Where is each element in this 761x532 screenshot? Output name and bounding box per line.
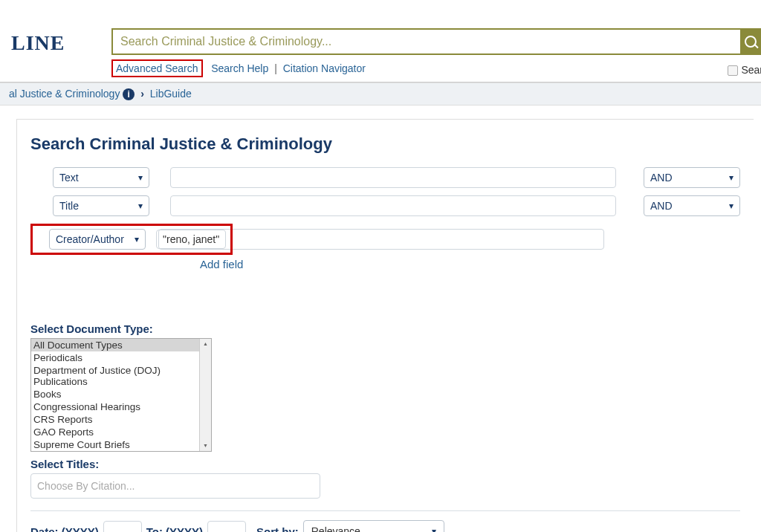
top-bar: LINE Advanced Search Search Help | Citat… (0, 0, 761, 82)
chevron-right-icon: › (140, 88, 144, 100)
sort-by-label: Sort by: (256, 525, 299, 532)
checkbox-icon[interactable] (728, 65, 738, 76)
term-input-1[interactable] (170, 167, 616, 188)
chevron-down-icon: ▾ (432, 526, 436, 532)
top-search-button[interactable] (742, 28, 761, 55)
date-from-input[interactable] (103, 521, 142, 532)
search-icon (745, 36, 757, 48)
info-icon[interactable]: i (123, 88, 135, 100)
bool-select-1[interactable]: AND ▾ (644, 167, 740, 188)
doc-type-option[interactable]: CRS Reports (31, 413, 211, 426)
term-input-2[interactable] (170, 195, 616, 216)
advanced-search-panel: Search Criminal Justice & Criminology Te… (16, 119, 754, 532)
field-select-1[interactable]: Text ▾ (53, 167, 149, 188)
creator-author-highlight: Creator/Author ▾ "reno, janet" (30, 224, 233, 255)
top-search-input[interactable] (111, 28, 742, 55)
search-row-1: Text ▾ AND ▾ (30, 167, 740, 188)
search-only-toggle-fragment: Searc (728, 64, 761, 76)
doc-type-option[interactable]: Congressional Hearings (31, 400, 211, 413)
field-select-3[interactable]: Creator/Author ▾ (49, 229, 146, 250)
bool-select-2[interactable]: AND ▾ (644, 195, 740, 216)
bool-select-1-label: AND (650, 172, 673, 184)
field-select-2[interactable]: Title ▾ (53, 195, 149, 216)
date-to-label: To: (YYYY) (146, 525, 203, 532)
sort-by-select[interactable]: Relevance ▾ (303, 520, 444, 532)
advanced-search-link[interactable]: Advanced Search (116, 62, 198, 74)
field-select-3-label: Creator/Author (56, 233, 124, 245)
add-field-link[interactable]: Add field (200, 258, 740, 270)
date-to-input[interactable] (207, 521, 246, 532)
field-select-1-label: Text (59, 172, 79, 184)
term-input-3-value: "reno, janet" (156, 230, 226, 249)
search-help-link[interactable]: Search Help (211, 62, 268, 74)
scroll-up-icon[interactable]: ▲ (200, 339, 211, 349)
chevron-down-icon: ▾ (729, 172, 734, 183)
doc-type-option[interactable]: Supreme Court Briefs (31, 438, 211, 451)
doc-type-option[interactable]: Periodicals (31, 351, 211, 364)
chevron-down-icon: ▾ (138, 172, 143, 183)
search-row-3: Creator/Author ▾ "reno, janet" (30, 224, 740, 255)
listbox-scrollbar[interactable]: ▲ ▼ (199, 339, 211, 451)
search-sub-links: Advanced Search Search Help | Citation N… (111, 59, 761, 77)
citation-navigator-link[interactable]: Citation Navigator (283, 62, 366, 74)
doc-type-option[interactable]: Books (31, 388, 211, 400)
doc-type-label: Select Document Type: (30, 322, 740, 335)
doc-type-option[interactable]: All Document Types (31, 339, 211, 351)
scroll-down-icon[interactable]: ▼ (200, 441, 211, 451)
divider (30, 510, 740, 511)
citation-input[interactable] (30, 473, 320, 499)
search-row-2: Title ▾ AND ▾ (30, 195, 740, 216)
chevron-down-icon: ▾ (729, 201, 734, 211)
date-from-label: Date: (YYYY) (30, 525, 99, 532)
chevron-down-icon: ▾ (138, 201, 143, 211)
bool-select-2-label: AND (650, 200, 673, 212)
advanced-search-highlight: Advanced Search (111, 59, 203, 77)
field-select-2-label: Title (59, 200, 79, 212)
doc-type-option[interactable]: GAO Reports (31, 426, 211, 438)
doc-type-option[interactable]: Department of Justice (DOJ) Publications (31, 364, 211, 388)
breadcrumb-libguide-link[interactable]: LibGuide (150, 88, 192, 100)
page-title: Search Criminal Justice & Criminology (30, 134, 740, 154)
select-titles-label: Select Titles: (30, 458, 740, 470)
brand-logo-fragment: LINE (11, 31, 65, 55)
doc-type-listbox[interactable]: All Document Types Periodicals Departmen… (30, 338, 212, 452)
breadcrumb: al Justice & Criminology i › LibGuide (0, 82, 761, 106)
date-sort-row: Date: (YYYY) To: (YYYY) Sort by: Relevan… (30, 520, 740, 532)
sort-by-value: Relevance (311, 525, 360, 532)
chevron-down-icon: ▾ (135, 234, 139, 244)
breadcrumb-collection-link[interactable]: al Justice & Criminology (9, 88, 120, 100)
